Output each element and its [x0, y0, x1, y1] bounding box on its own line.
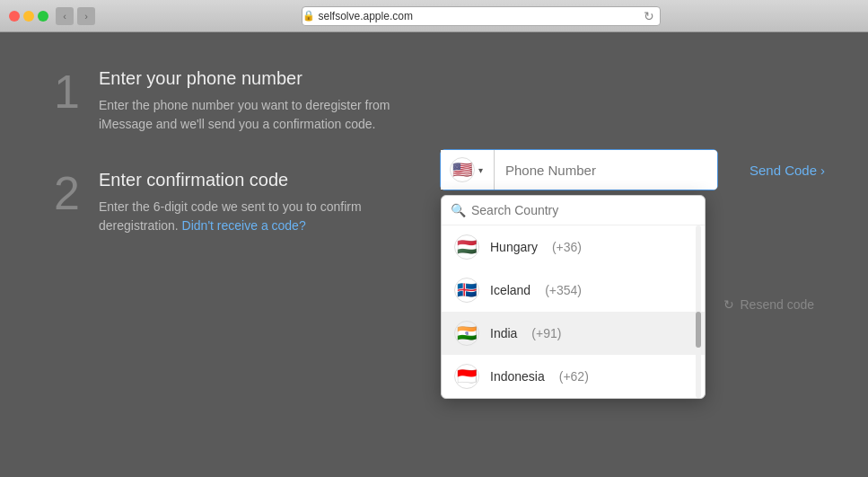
- step-1-content: Enter your phone number Enter the phone …: [99, 68, 814, 134]
- country-item-india[interactable]: 🇮🇳 India (+91): [442, 312, 705, 355]
- close-button[interactable]: [9, 11, 20, 22]
- country-item-hungary[interactable]: 🇭🇺 Hungary (+36): [442, 225, 705, 269]
- step-1-number: 1: [54, 68, 81, 115]
- refresh-icon[interactable]: ↻: [638, 9, 660, 23]
- send-code-arrow: ›: [820, 163, 825, 178]
- country-name-hungary: Hungary: [490, 240, 538, 254]
- back-button[interactable]: ‹: [56, 7, 74, 25]
- country-name-indonesia: Indonesia: [490, 369, 545, 384]
- country-code-hungary: (+36): [552, 240, 582, 254]
- step-1: 1 Enter your phone number Enter the phon…: [54, 68, 814, 134]
- lock-icon: 🔒: [302, 10, 315, 22]
- search-box: 🔍: [442, 196, 705, 225]
- send-code-label: Send Code: [750, 163, 817, 178]
- address-bar[interactable]: 🔒 selfsolve.apple.com ↻: [302, 6, 661, 26]
- minimize-button[interactable]: [23, 11, 34, 22]
- send-code-button[interactable]: Send Code ›: [750, 163, 825, 178]
- phone-input-row: 🇺🇸 ▾ Send Code › 🔍: [440, 149, 718, 190]
- flag-hungary: 🇭🇺: [454, 234, 479, 260]
- country-item-iceland[interactable]: 🇮🇸 Iceland (+354): [442, 269, 705, 312]
- flag-indonesia: 🇮🇩: [454, 364, 479, 389]
- phone-input-area: 🇺🇸 ▾ Send Code › 🔍: [440, 149, 718, 190]
- country-dropdown: 🔍 🇭🇺 Hungary (+36) 🇮🇸: [441, 195, 706, 399]
- forward-button[interactable]: ›: [77, 7, 95, 25]
- country-selector[interactable]: 🇺🇸 ▾: [441, 150, 495, 190]
- resend-code-button[interactable]: Resend code: [740, 297, 814, 312]
- selected-flag: 🇺🇸: [450, 157, 475, 182]
- browser-chrome: ‹ › 🔒 selfsolve.apple.com ↻: [0, 0, 868, 32]
- chevron-down-icon: ▾: [478, 165, 483, 175]
- scrollbar-thumb[interactable]: [696, 312, 701, 348]
- resend-icon: ↻: [723, 297, 734, 312]
- resend-area: ↻ Resend code: [723, 297, 814, 312]
- country-search-input[interactable]: [471, 203, 696, 217]
- window-controls: [9, 11, 48, 22]
- step-1-title: Enter your phone number: [99, 68, 814, 89]
- url-text: selfsolve.apple.com: [319, 10, 413, 22]
- country-code-indonesia: (+62): [559, 369, 589, 384]
- flag-india: 🇮🇳: [454, 321, 479, 346]
- country-list-container: 🇭🇺 Hungary (+36) 🇮🇸 Iceland (+354): [442, 225, 705, 398]
- country-code-india: (+91): [531, 326, 561, 340]
- step-2-desc-line1: Enter the 6-digit code we sent to you to…: [99, 199, 362, 214]
- step-1-desc-line2: iMessage and we'll send you a confirmati…: [99, 117, 376, 131]
- country-list: 🇭🇺 Hungary (+36) 🇮🇸 Iceland (+354): [442, 225, 705, 398]
- search-icon: 🔍: [451, 203, 466, 217]
- country-name-iceland: Iceland: [490, 283, 530, 297]
- step-1-desc-line1: Enter the phone number you want to dereg…: [99, 98, 390, 112]
- resend-link[interactable]: Didn't receive a code?: [182, 218, 306, 233]
- country-code-iceland: (+354): [545, 283, 582, 297]
- flag-iceland: 🇮🇸: [454, 278, 479, 303]
- country-name-india: India: [490, 326, 517, 340]
- scrollbar-track: [696, 225, 701, 398]
- maximize-button[interactable]: [38, 11, 48, 22]
- step-2-number: 2: [54, 170, 81, 216]
- country-item-indonesia[interactable]: 🇮🇩 Indonesia (+62): [442, 355, 705, 398]
- phone-number-input[interactable]: [495, 150, 717, 190]
- step-2-desc-line2: deregistration.: [99, 218, 179, 233]
- page-content: 1 Enter your phone number Enter the phon…: [0, 32, 868, 477]
- step-1-description: Enter the phone number you want to dereg…: [99, 96, 814, 134]
- navigation-buttons: ‹ ›: [56, 7, 95, 25]
